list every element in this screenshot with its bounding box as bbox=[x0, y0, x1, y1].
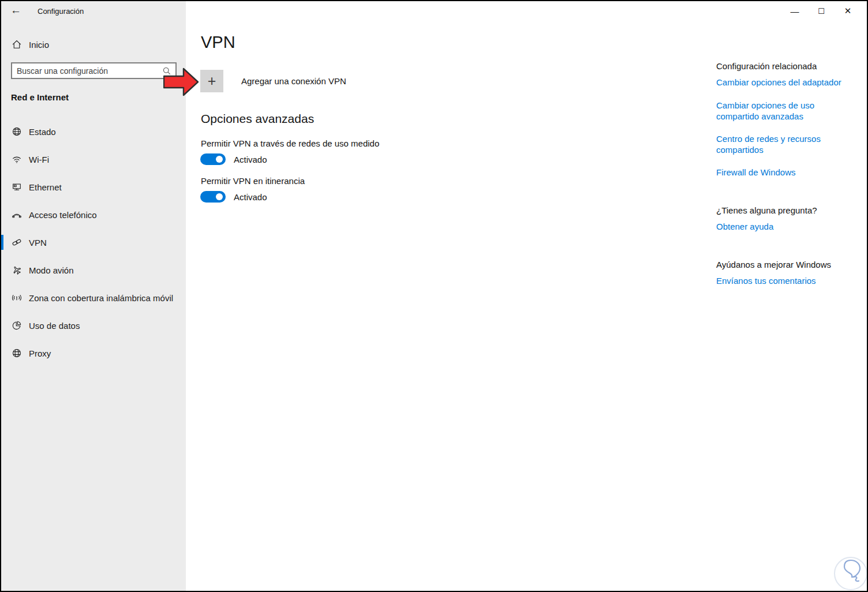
sidebar-item-vpn[interactable]: VPN bbox=[1, 228, 186, 256]
link-send-feedback[interactable]: Envíanos tus comentarios bbox=[716, 275, 858, 286]
search-box bbox=[11, 62, 177, 79]
sidebar-item-proxy[interactable]: Proxy bbox=[1, 339, 186, 367]
related-settings-heading: Configuración relacionada bbox=[716, 61, 817, 71]
add-vpn-label: Agregar una conexión VPN bbox=[241, 76, 346, 86]
sidebar-item-label: Zona con cobertura inalámbrica móvil bbox=[29, 293, 173, 303]
sidebar-item-label: Wi-Fi bbox=[29, 155, 49, 164]
question-heading: ¿Tienes alguna pregunta? bbox=[716, 205, 817, 215]
feedback-heading: Ayúdanos a mejorar Windows bbox=[716, 260, 831, 269]
setting-label-metered-vpn: Permitir VPN a través de redes de uso me… bbox=[201, 138, 379, 148]
sidebar-nav: Estado Wi-Fi bbox=[1, 118, 186, 367]
minimize-button[interactable]: — bbox=[781, 3, 808, 18]
sidebar-item-label: Ethernet bbox=[29, 182, 62, 192]
settings-window: ← Configuración Inicio Red e Internet bbox=[0, 0, 868, 592]
link-windows-firewall[interactable]: Firewall de Windows bbox=[716, 167, 858, 178]
home-icon bbox=[12, 39, 22, 50]
red-arrow-annotation bbox=[163, 67, 200, 97]
maximize-button[interactable]: ☐ bbox=[808, 3, 835, 18]
link-get-help[interactable]: Obtener ayuda bbox=[716, 221, 858, 232]
sidebar-item-label: Inicio bbox=[29, 40, 49, 50]
sidebar-section-title: Red e Internet bbox=[11, 92, 69, 102]
vpn-chain-icon bbox=[12, 237, 22, 248]
mobile-hotspot-icon bbox=[12, 293, 22, 303]
sidebar-item-zona-movil[interactable]: Zona con cobertura inalámbrica móvil bbox=[1, 284, 186, 312]
sidebar-item-modo-avion[interactable]: Modo avión bbox=[1, 256, 186, 284]
page-title: VPN bbox=[201, 33, 235, 52]
link-adapter-options[interactable]: Cambiar opciones del adaptador bbox=[716, 77, 858, 88]
window-controls: — ☐ ✕ bbox=[781, 3, 861, 18]
sidebar-item-label: Proxy bbox=[29, 349, 51, 358]
sidebar-item-label: Uso de datos bbox=[29, 321, 80, 331]
sidebar: ← Configuración Inicio Red e Internet bbox=[1, 1, 186, 591]
sidebar-item-acceso-telefonico[interactable]: Acceso telefónico bbox=[1, 201, 186, 228]
link-network-sharing-center[interactable]: Centro de redes y recursos compartidos bbox=[716, 133, 858, 155]
close-button[interactable]: ✕ bbox=[835, 3, 861, 18]
dialup-phone-icon bbox=[12, 209, 22, 220]
sidebar-item-wifi[interactable]: Wi-Fi bbox=[1, 145, 186, 173]
airplane-icon bbox=[12, 265, 22, 275]
ethernet-icon bbox=[12, 182, 22, 192]
back-button[interactable]: ← bbox=[10, 4, 21, 17]
selected-indicator bbox=[1, 235, 3, 250]
roaming-vpn-toggle[interactable] bbox=[200, 191, 226, 203]
sidebar-item-ethernet[interactable]: Ethernet bbox=[1, 173, 186, 201]
plus-icon[interactable]: + bbox=[200, 70, 223, 92]
link-advanced-sharing-options[interactable]: Cambiar opciones de uso compartido avanz… bbox=[716, 100, 858, 122]
toggle-state-label: Activado bbox=[234, 155, 267, 164]
search-input[interactable] bbox=[12, 66, 162, 76]
sidebar-item-label: Acceso telefónico bbox=[29, 210, 97, 220]
sidebar-item-home[interactable]: Inicio bbox=[1, 33, 186, 55]
app-title: Configuración bbox=[38, 7, 84, 16]
lightbulb-watermark-icon bbox=[833, 553, 868, 592]
sidebar-item-estado[interactable]: Estado bbox=[1, 118, 186, 145]
advanced-options-heading: Opciones avanzadas bbox=[201, 112, 314, 126]
toggle-row-roaming-vpn: Activado bbox=[200, 191, 267, 203]
data-usage-pie-icon bbox=[12, 320, 22, 331]
add-vpn-connection[interactable]: + Agregar una conexión VPN bbox=[200, 70, 346, 92]
toggle-state-label: Activado bbox=[234, 192, 267, 202]
toggle-row-metered-vpn: Activado bbox=[200, 153, 267, 165]
setting-label-roaming-vpn: Permitir VPN en itinerancia bbox=[201, 176, 305, 186]
wifi-icon bbox=[12, 154, 22, 164]
metered-vpn-toggle[interactable] bbox=[200, 153, 226, 165]
proxy-globe-icon bbox=[12, 348, 22, 358]
sidebar-item-label: VPN bbox=[29, 238, 47, 248]
sidebar-item-label: Estado bbox=[29, 127, 56, 137]
sidebar-item-uso-de-datos[interactable]: Uso de datos bbox=[1, 312, 186, 339]
network-globe-icon bbox=[12, 126, 22, 137]
sidebar-item-label: Modo avión bbox=[29, 265, 74, 275]
